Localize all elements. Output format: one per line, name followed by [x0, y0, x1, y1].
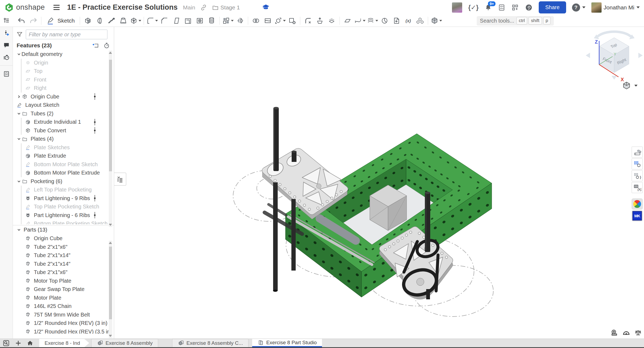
shell-button[interactable] [182, 16, 194, 26]
transform-button[interactable] [274, 16, 286, 26]
feature-tree-item[interactable]: Top Plate Pocketing Sketch [13, 203, 114, 211]
linear-pattern-button[interactable] [222, 16, 234, 26]
graphics-viewport[interactable]: Top Front Right Z Y X [114, 27, 644, 339]
surface-button[interactable] [353, 16, 366, 26]
feature-tree-item[interactable]: Tube Convert [13, 126, 114, 135]
features-scrollbar[interactable] [109, 51, 112, 227]
suppress-dots-icon[interactable] [93, 119, 96, 126]
chamfer-button[interactable] [158, 16, 170, 26]
suppress-dots-icon[interactable] [93, 93, 96, 100]
loft-button[interactable] [117, 16, 129, 26]
help-icon[interactable]: ? [572, 3, 580, 12]
caret-down-icon[interactable] [16, 52, 21, 56]
sketch-button[interactable]: Sketch [43, 16, 78, 26]
workspace-label[interactable]: Main [183, 4, 195, 11]
search-tools-button[interactable]: Search tools... ctrlshiftp [477, 16, 554, 26]
parts-header-row[interactable]: Parts (13) [13, 225, 114, 234]
feature-tree-group[interactable]: Default geometry [13, 50, 114, 59]
notifications-bell-icon[interactable]: 9+ [484, 4, 492, 11]
feature-tree-item[interactable]: Bottom Motor Plate Extrude [13, 169, 114, 177]
configurations-button[interactable]: } [632, 170, 643, 181]
part-item[interactable]: Tube 2"x1"x6" [13, 268, 114, 277]
part-item[interactable]: Motor Top Plate [13, 277, 114, 285]
caret-right-icon[interactable] [16, 95, 21, 99]
panel-collapse-handle[interactable] [114, 173, 126, 186]
part-item[interactable]: 1/2" Rounded Hex (REV) (3 in) [13, 319, 114, 328]
part-item[interactable]: 146L #25 Chain [13, 302, 114, 311]
part-item[interactable]: Tube 2"x1"x6" [13, 243, 114, 251]
revolve-button[interactable] [94, 16, 106, 26]
redo-button[interactable] [27, 16, 39, 26]
protractor-button[interactable] [622, 329, 630, 337]
feature-tree-item[interactable]: Layout Sketch [13, 101, 114, 109]
parts-caret-icon[interactable] [16, 228, 21, 232]
help-menu[interactable]: ? [572, 3, 585, 12]
part-item[interactable]: Tube 2"x1"x14" [13, 251, 114, 260]
move-face-button[interactable] [314, 16, 326, 26]
part-item[interactable]: Origin Cube [13, 234, 114, 243]
history-button[interactable] [0, 51, 13, 63]
caret-down-icon[interactable] [16, 112, 21, 116]
offset-surface-button[interactable] [326, 16, 338, 26]
boolean-button[interactable] [250, 16, 262, 26]
sweep-button[interactable] [106, 16, 117, 26]
version-label[interactable]: Stage 1 [220, 4, 240, 11]
rollback-clock-icon[interactable] [103, 42, 110, 49]
split-button[interactable] [262, 16, 274, 26]
version-folder-icon[interactable]: Stage 1 [212, 4, 240, 11]
feature-tree-item[interactable]: Origin [13, 59, 114, 67]
tab-exercise-8-part-studio[interactable]: Exercise 8 Part Studio [252, 339, 322, 347]
tape-measure-button[interactable] [610, 329, 618, 337]
ai-assistant-icon[interactable] [525, 3, 533, 12]
feature-tree-group[interactable]: Pocketing (6) [13, 177, 114, 186]
draft-button[interactable] [170, 16, 182, 26]
thicken-button[interactable] [129, 16, 142, 26]
follow-checklist-button[interactable] [0, 68, 13, 80]
featurescript-icon[interactable]: {✓} [468, 4, 479, 11]
feature-tree-item[interactable]: Front [13, 76, 114, 84]
named-views-button[interactable] [430, 16, 443, 26]
helix-button[interactable] [366, 16, 379, 26]
create-version-button[interactable] [0, 27, 13, 39]
part-item[interactable]: 75T 5M 9mm Wide Belt [13, 311, 114, 319]
suppress-dots-icon[interactable] [93, 212, 96, 219]
part-item[interactable]: Motor Plate [13, 294, 114, 302]
mkcad-app-button[interactable]: MK [632, 210, 643, 221]
feature-tree-item[interactable]: Bottom Plate Pocketing Sketch [13, 219, 114, 224]
suppress-dots-icon[interactable] [93, 127, 96, 134]
thread-button[interactable] [206, 16, 218, 26]
feature-tree-group[interactable]: Tubes (2) [13, 109, 114, 118]
modify-fillet-button[interactable] [302, 16, 314, 26]
share-button[interactable]: Share [539, 1, 566, 13]
learning-center-icon[interactable] [262, 3, 270, 12]
tab-exercise-8-assembly-c-[interactable]: Exercise 8 Assembly C... [172, 339, 248, 347]
user-menu[interactable]: Jonathan Mi [591, 2, 640, 13]
part-item[interactable]: Gear Swap Top Plate [13, 285, 114, 294]
view-cube[interactable]: Top Front Right Z Y X [586, 32, 643, 82]
feature-tree-item[interactable]: Right [13, 84, 114, 93]
sketch-arc-button[interactable] [379, 16, 390, 26]
view-options-button[interactable] [620, 81, 639, 90]
release-tasks-icon[interactable] [498, 4, 505, 11]
filter-input[interactable] [26, 30, 107, 39]
variable-table-button[interactable]: (x) [632, 182, 643, 193]
mirror-button[interactable] [234, 16, 246, 26]
new-folder-icon[interactable] [92, 42, 99, 49]
main-menu-button[interactable] [52, 4, 61, 11]
part-tables-button[interactable] [632, 158, 643, 169]
parts-scrollbar[interactable] [109, 241, 112, 338]
appearance-panel-button[interactable] [632, 147, 643, 158]
rotate-left-arrow[interactable] [586, 53, 590, 58]
delete-part-button[interactable] [286, 16, 298, 26]
feature-tree-item[interactable]: Bottom Motor Plate Sketch [13, 160, 114, 169]
user-avatar[interactable] [591, 2, 602, 13]
tab-exercise-8-ind[interactable]: Exercise 8 - Ind [39, 339, 89, 347]
link-icon[interactable] [200, 4, 207, 11]
feature-tree-item[interactable]: Extrude Individual 1 [13, 118, 114, 126]
apps-grid-icon[interactable] [511, 4, 519, 11]
caret-down-icon[interactable] [16, 179, 21, 183]
feature-list-button[interactable] [0, 15, 13, 27]
plane-button[interactable] [342, 16, 353, 26]
instances-button[interactable] [414, 16, 426, 26]
part-item[interactable]: 1/2" Rounded Hex (REV) (3.5 in) [13, 328, 114, 334]
